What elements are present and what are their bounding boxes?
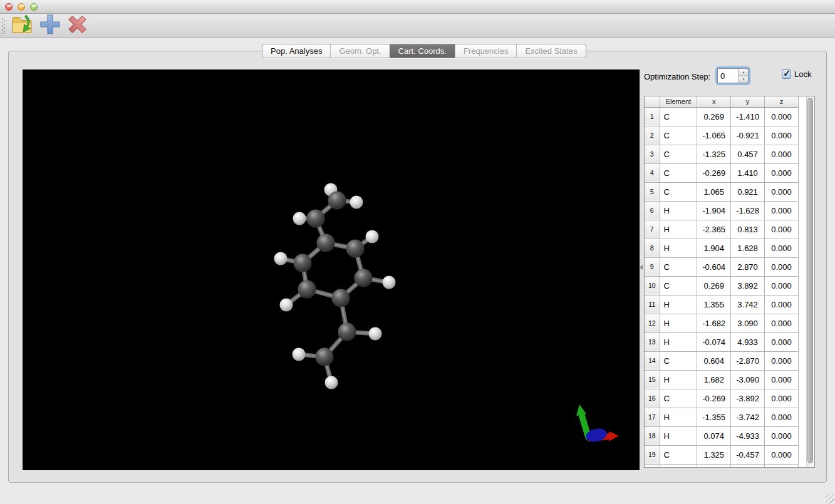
resize-grip[interactable] bbox=[826, 495, 834, 503]
title-bar[interactable] bbox=[0, 0, 835, 14]
cell[interactable]: 0.000 bbox=[765, 351, 799, 370]
row-number[interactable]: 16 bbox=[645, 389, 660, 408]
row-number[interactable]: 3 bbox=[645, 145, 660, 163]
cell[interactable]: -1.628 bbox=[731, 201, 765, 220]
row-number[interactable]: 12 bbox=[645, 314, 660, 332]
tab-excited-states[interactable]: Excited States bbox=[516, 44, 585, 58]
cell[interactable]: 0.000 bbox=[765, 257, 799, 276]
cell[interactable]: -0.604 bbox=[697, 257, 731, 276]
cell[interactable]: -3.892 bbox=[731, 389, 765, 408]
zoom-button[interactable] bbox=[30, 3, 38, 11]
row-number[interactable]: 2 bbox=[645, 126, 660, 145]
row-number[interactable]: 11 bbox=[645, 295, 660, 314]
cell[interactable]: -1.325 bbox=[697, 145, 731, 163]
cell[interactable]: -0.074 bbox=[697, 332, 731, 351]
cell[interactable]: -2.365 bbox=[697, 220, 731, 239]
table-row[interactable]: 18H0.074-4.9330.000 bbox=[645, 426, 799, 445]
column-header-y[interactable]: y bbox=[731, 96, 765, 107]
stepper-up-icon[interactable]: ▲ bbox=[739, 68, 749, 76]
cell[interactable]: 0.457 bbox=[731, 145, 765, 163]
cell[interactable]: H bbox=[660, 314, 697, 332]
cell[interactable]: 0.000 bbox=[765, 370, 799, 389]
cell[interactable]: -4.933 bbox=[731, 426, 765, 445]
cell[interactable]: C bbox=[660, 351, 697, 370]
cell[interactable]: C bbox=[660, 145, 697, 163]
cell[interactable]: -0.457 bbox=[731, 445, 765, 464]
table-row[interactable]: 17H-1.355-3.7420.000 bbox=[645, 408, 799, 426]
table-row[interactable]: 19C1.325-0.4570.000 bbox=[645, 445, 799, 464]
cell[interactable]: H bbox=[660, 426, 697, 445]
cell[interactable]: 0.000 bbox=[765, 389, 799, 408]
row-number[interactable]: 6 bbox=[645, 201, 660, 220]
cell[interactable]: 0.000 bbox=[765, 201, 799, 220]
cell[interactable]: 0.000 bbox=[765, 408, 799, 426]
cell[interactable]: H bbox=[660, 332, 697, 351]
cell[interactable]: 0.269 bbox=[697, 276, 731, 295]
cell[interactable]: -2.870 bbox=[731, 351, 765, 370]
column-header-element[interactable]: Element bbox=[660, 96, 697, 107]
cell[interactable]: -3.742 bbox=[731, 408, 765, 426]
cell[interactable]: C bbox=[660, 445, 697, 464]
cell[interactable]: H bbox=[660, 220, 697, 239]
cell[interactable]: 0.921 bbox=[731, 182, 765, 201]
cell[interactable]: 3.742 bbox=[731, 295, 765, 314]
row-number[interactable]: 10 bbox=[645, 276, 660, 295]
open-file-button[interactable] bbox=[9, 14, 36, 37]
cell[interactable]: -1.682 bbox=[697, 314, 731, 332]
cell[interactable]: 0.000 bbox=[765, 426, 799, 445]
close-button[interactable] bbox=[5, 3, 13, 11]
cell[interactable]: 0.000 bbox=[765, 220, 799, 239]
cell[interactable]: H bbox=[660, 370, 697, 389]
cell[interactable]: 1.628 bbox=[731, 239, 765, 257]
cell[interactable]: H bbox=[660, 295, 697, 314]
cell[interactable]: 0.000 bbox=[765, 239, 799, 257]
cell[interactable]: C bbox=[660, 126, 697, 145]
cell[interactable]: H bbox=[660, 201, 697, 220]
table-row[interactable]: 1C0.269-1.4100.000 bbox=[645, 107, 799, 126]
cell[interactable]: 3.090 bbox=[731, 314, 765, 332]
table-scrollbar[interactable] bbox=[806, 96, 814, 467]
cell[interactable]: 4.933 bbox=[731, 332, 765, 351]
cell[interactable]: 1.410 bbox=[731, 163, 765, 182]
molecule-viewer[interactable] bbox=[23, 69, 640, 470]
row-number[interactable]: 18 bbox=[645, 426, 660, 445]
row-number[interactable]: 5 bbox=[645, 182, 660, 201]
table-row[interactable]: 4C-0.2691.4100.000 bbox=[645, 163, 799, 182]
cell[interactable]: 1.904 bbox=[697, 239, 731, 257]
minimize-button[interactable] bbox=[18, 3, 25, 11]
table-row[interactable]: 14C0.604-2.8700.000 bbox=[645, 351, 799, 370]
cell[interactable]: 0.000 bbox=[765, 276, 799, 295]
cell[interactable]: -1.355 bbox=[697, 408, 731, 426]
toolbar-drag-handle[interactable] bbox=[2, 18, 5, 34]
scrollbar-thumb[interactable] bbox=[807, 98, 813, 463]
table-row[interactable]: 15H1.682-3.0900.000 bbox=[645, 370, 799, 389]
table-row[interactable]: 7H-2.3650.8130.000 bbox=[645, 220, 799, 239]
cell[interactable]: C bbox=[660, 257, 697, 276]
row-number[interactable]: 1 bbox=[645, 107, 660, 126]
cell[interactable]: 0.000 bbox=[765, 295, 799, 314]
cell[interactable]: C bbox=[660, 163, 697, 182]
cell[interactable]: -3.090 bbox=[731, 370, 765, 389]
column-header-x[interactable]: x bbox=[697, 96, 731, 107]
row-number[interactable]: 14 bbox=[645, 351, 660, 370]
row-number[interactable]: 7 bbox=[645, 220, 660, 239]
table-row[interactable]: 6H-1.904-1.6280.000 bbox=[645, 201, 799, 220]
cell[interactable]: 2.870 bbox=[731, 257, 765, 276]
row-number[interactable]: 8 bbox=[645, 239, 660, 257]
cell[interactable]: 0.813 bbox=[731, 220, 765, 239]
table-row[interactable]: 8H1.9041.6280.000 bbox=[645, 239, 799, 257]
optimization-step-input[interactable] bbox=[717, 68, 739, 83]
cell[interactable]: 1.325 bbox=[697, 445, 731, 464]
cell[interactable]: 1.682 bbox=[697, 370, 731, 389]
column-header-z[interactable]: z bbox=[765, 96, 799, 107]
cell[interactable]: 0.000 bbox=[765, 145, 799, 163]
tab-cart-coords[interactable]: Cart. Coords. bbox=[390, 44, 455, 58]
cell[interactable]: H bbox=[660, 239, 697, 257]
cell[interactable]: -1.904 bbox=[697, 201, 731, 220]
row-number[interactable]: 15 bbox=[645, 370, 660, 389]
cell[interactable]: 0.000 bbox=[765, 126, 799, 145]
table-row[interactable]: 2C-1.065-0.9210.000 bbox=[645, 126, 799, 145]
cell[interactable]: 0.604 bbox=[697, 351, 731, 370]
row-number[interactable]: 13 bbox=[645, 332, 660, 351]
cell[interactable]: 0.269 bbox=[697, 107, 731, 126]
